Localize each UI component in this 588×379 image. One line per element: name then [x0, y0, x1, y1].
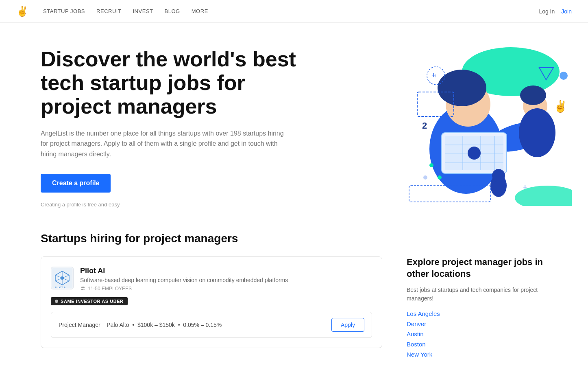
- badge-text: SAME INVESTOR AS UBER: [61, 299, 124, 304]
- location-link-austin[interactable]: Austin: [407, 331, 564, 337]
- location-link-boston[interactable]: Boston: [407, 341, 564, 348]
- sidebar: Explore project manager jobs in other lo…: [407, 256, 564, 357]
- company-size: 11-50 EMPLOYEES: [80, 286, 372, 291]
- sidebar-description: Best jobs at startups and tech companies…: [407, 286, 564, 303]
- nav-logo: ✌️: [16, 6, 28, 17]
- company-desc: Software-based deep learning computer vi…: [80, 277, 372, 283]
- svg-point-38: [61, 276, 64, 280]
- sidebar-title: Explore project manager jobs in other lo…: [407, 256, 564, 280]
- job-row: Project Manager Palo Alto • $100k – $150…: [51, 312, 372, 338]
- job-listings: PILOT.AI Pilot AI Software-based deep le…: [41, 256, 382, 348]
- job-equity: 0.05% – 0.15%: [183, 322, 222, 328]
- location-link-denver[interactable]: Denver: [407, 320, 564, 327]
- section-title: Startups hiring for project managers: [41, 232, 564, 245]
- company-header: PILOT.AI Pilot AI Software-based deep le…: [51, 267, 372, 291]
- nav-link-recruit[interactable]: RECRUIT: [96, 8, 121, 14]
- location-link-los-angeles[interactable]: Los Angeles: [407, 310, 564, 317]
- job-salary: $100k – $150k: [137, 322, 175, 328]
- hero-content: Discover the world's best tech startup j…: [41, 47, 317, 208]
- hero-subtext: Creating a profile is free and easy: [41, 202, 317, 208]
- svg-point-25: [520, 85, 546, 105]
- svg-point-21: [429, 163, 433, 167]
- svg-point-28: [560, 72, 568, 80]
- svg-point-41: [83, 287, 85, 288]
- svg-point-23: [423, 175, 427, 180]
- join-link[interactable]: Join: [561, 8, 572, 15]
- main-content: Startups hiring for project managers PIL…: [0, 224, 588, 379]
- svg-point-31: [492, 169, 505, 182]
- nav-links: STARTUP JOBS RECRUIT INVEST BLOG MORE: [43, 8, 539, 14]
- location-links: Los Angeles Denver Austin Boston New Yor…: [407, 310, 564, 358]
- svg-text:2: 2: [422, 120, 427, 131]
- login-link[interactable]: Log In: [539, 8, 555, 15]
- job-card-pilot-ai: PILOT.AI Pilot AI Software-based deep le…: [41, 256, 382, 348]
- company-logo: PILOT.AI: [51, 267, 74, 289]
- badge-dot: [55, 300, 58, 303]
- hero-description: AngelList is the number one place for al…: [41, 128, 285, 160]
- company-name: Pilot AI: [80, 267, 372, 275]
- investor-badge: SAME INVESTOR AS UBER: [51, 297, 128, 305]
- create-profile-button[interactable]: Create a profile: [41, 174, 111, 193]
- svg-point-13: [468, 147, 481, 160]
- hero-illustration: 2 + + + ✌: [385, 35, 572, 206]
- nav-link-startup-jobs[interactable]: STARTUP JOBS: [43, 8, 85, 14]
- svg-text:✌: ✌: [553, 100, 568, 113]
- company-info: Pilot AI Software-based deep learning co…: [80, 267, 372, 291]
- nav-link-blog[interactable]: BLOG: [165, 8, 180, 14]
- job-title: Project Manager: [59, 322, 100, 328]
- job-details: Project Manager Palo Alto • $100k – $150…: [59, 322, 222, 328]
- content-layout: PILOT.AI Pilot AI Software-based deep le…: [41, 256, 564, 357]
- location-link-new-york[interactable]: New York: [407, 351, 564, 358]
- svg-text:+: +: [433, 72, 437, 79]
- hero-section: Discover the world's best tech startup j…: [0, 23, 588, 224]
- employees-icon: [80, 286, 86, 291]
- svg-point-40: [81, 287, 83, 288]
- svg-point-26: [519, 108, 555, 157]
- nav-link-more[interactable]: MORE: [192, 8, 208, 14]
- nav-link-invest[interactable]: INVEST: [133, 8, 153, 14]
- company-size-text: 11-50 EMPLOYEES: [88, 286, 132, 291]
- svg-point-22: [438, 175, 442, 180]
- job-location: Palo Alto: [107, 322, 129, 328]
- svg-text:PILOT.AI: PILOT.AI: [55, 286, 67, 288]
- nav-auth-area: Log In Join: [539, 8, 572, 15]
- navbar: ✌️ STARTUP JOBS RECRUIT INVEST BLOG MORE…: [0, 0, 588, 23]
- apply-button[interactable]: Apply: [331, 318, 364, 332]
- hero-title: Discover the world's best tech startup j…: [41, 47, 317, 118]
